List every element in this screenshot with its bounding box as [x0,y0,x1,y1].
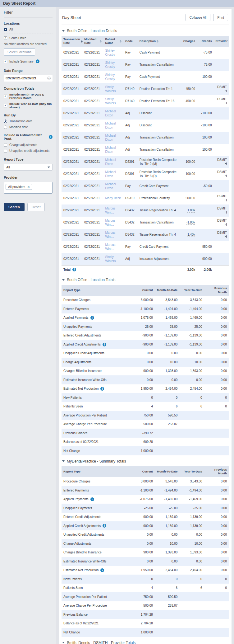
info-icon[interactable] [100,568,104,572]
info-icon[interactable] [100,387,104,391]
checkbox-charge-adjustments[interactable]: Charge adjustments [4,143,53,147]
patient-link[interactable]: Shelly Winters [105,85,116,93]
patient-link[interactable]: Shirley Crosby [105,49,115,57]
charges-amount-link[interactable]: -1.80k [186,221,195,225]
collapse-triangle-icon[interactable] [62,460,65,462]
checkbox-include-summary[interactable]: Include Summary [4,59,53,63]
report-type-select[interactable]: All [4,164,53,171]
checkbox-checked-icon[interactable] [4,60,7,63]
column-header-month-to-date[interactable]: Month-To-Date [155,466,179,477]
checkbox-include-ytd[interactable]: Include Year-To-Date (may run slower) [4,102,53,109]
section-header-location-details[interactable]: South Office - Location Details [62,25,229,36]
info-icon[interactable] [90,497,94,501]
reset-button[interactable]: Reset [27,203,45,211]
checkbox-indeterminate-icon[interactable] [4,28,7,31]
info-icon[interactable] [49,135,53,139]
column-header-previous-month[interactable]: Previous Month [204,285,229,296]
charges-amount-link[interactable]: 1.40k [187,233,195,237]
cell-current: -1,075.00 [130,495,155,504]
provider-select[interactable]: All providers ✕ [4,182,53,194]
report-type-label: Estimated Insurance Write-Offs [63,378,107,382]
patient-link[interactable]: Marcus Wint... [105,231,116,239]
date-range-input[interactable]: 02/22/2021-02/22/2021 ✕ [4,75,53,82]
info-icon[interactable] [103,524,106,528]
checkbox-checked-icon[interactable] [4,104,7,107]
patient-link[interactable]: Shelly Winters [105,97,116,105]
patient-link[interactable]: Michael Dixon [105,134,116,142]
collapse-triangle-icon[interactable] [62,279,65,281]
patient-link[interactable]: Marcus Wint... [105,243,116,251]
column-header-current[interactable]: Current [130,285,155,296]
collapse-triangle-icon[interactable] [62,642,65,643]
column-header-current[interactable]: Current [130,466,155,477]
total-credits-link[interactable]: -2.00k [203,268,212,272]
column-header-report-type[interactable]: Report Type [62,285,130,296]
column-header-transaction-date[interactable]: Transaction Date [62,36,82,47]
checkbox-label: Charge adjustments [9,143,37,147]
checkbox-checked-icon[interactable] [4,36,7,40]
checkbox-unchecked-icon[interactable] [4,143,7,147]
column-header-month-to-date[interactable]: Month-To-Date [155,285,179,296]
section-header-location-totals[interactable]: South Office - Location Totals [62,274,229,285]
patient-link[interactable]: Michael Dixon [105,146,116,154]
patient-link[interactable]: Shirley Crosby [105,73,115,81]
totals-row: Estimated Insurance Write-Offs0.000.000.… [62,375,229,384]
collapse-all-button[interactable]: Collapse All [186,14,211,21]
column-header-description[interactable]: Description [138,36,179,47]
provider-chip[interactable]: All providers ✕ [6,184,32,190]
select-locations-button[interactable]: Select Locations [4,48,35,56]
column-header-patient-name[interactable]: Patient Name [103,36,124,47]
checkbox-all-locations[interactable]: All [4,28,53,31]
checkbox-checked-icon[interactable] [4,95,7,98]
cell-month-to-date: 6 [155,402,179,411]
column-header-year-to-date[interactable]: Year-To-Date [179,466,204,477]
patient-link[interactable]: Shirley Crosby [105,61,115,69]
column-header-year-to-date[interactable]: Year-To-Date [179,285,204,296]
remove-chip-icon[interactable]: ✕ [27,186,30,189]
search-button[interactable]: Search [4,203,25,211]
clear-date-icon[interactable]: ✕ [47,77,51,80]
checkbox-unchecked-icon[interactable] [4,149,7,153]
column-header-provider[interactable]: Provider [214,36,229,47]
radio-icon[interactable] [4,125,7,129]
patient-link[interactable]: Marcus Wint... [105,219,116,227]
checkbox-south-office[interactable]: South Office [4,36,53,40]
checkbox-include-mtd[interactable]: Include Month-To-Date & Previous Month [4,93,53,100]
radio-transaction-date[interactable]: Transaction date [4,120,53,123]
info-icon[interactable] [36,59,39,63]
charges-amount-link[interactable]: 1.80k [187,209,195,213]
sort-icon[interactable] [81,40,83,43]
sort-icon[interactable] [100,40,102,43]
patient-link[interactable]: Michael Dixon [105,158,116,166]
radio-selected-icon[interactable] [4,120,7,123]
cell-month-to-date: -25.00 [155,322,179,331]
info-icon[interactable] [103,343,106,346]
section-header-summary-totals[interactable]: MyDentalPractice - Summary Totals [62,455,229,466]
info-icon[interactable] [72,268,76,271]
details-row: 02/22/202102/22/2021Michael DixonPayCred… [62,180,229,192]
info-icon[interactable] [90,316,94,320]
sort-icon[interactable] [157,40,158,43]
column-header-charges[interactable]: Charges [179,36,197,47]
patient-link[interactable]: Marty Beck [105,196,121,200]
radio-modified-date[interactable]: Modified date [4,125,53,129]
section-header-provider-totals[interactable]: Smith, Dennis - DSMITH - Provider Totals [62,637,229,644]
cell-patient-name: Michael Dixon [103,168,124,180]
patient-link[interactable]: Marcus Wint... [105,207,116,214]
sort-icon[interactable] [120,40,122,43]
print-button[interactable]: Print [213,14,228,21]
patient-link[interactable]: Shelly Winters [105,255,116,263]
patient-link[interactable]: Michael Dixon [105,110,116,117]
cell-current: 0.00 [130,530,155,539]
column-header-modified-date[interactable]: Modified Date [82,36,103,47]
total-charges-link[interactable]: 3.00k [187,268,195,272]
column-header-previous-month[interactable]: Previous Month [204,466,229,477]
column-header-code[interactable]: Code [123,36,138,47]
checkbox-unapplied-credit-adjustments[interactable]: Unapplied credit adjustments [4,149,53,153]
patient-link[interactable]: Michael Dixon [105,182,116,190]
collapse-triangle-icon[interactable] [62,30,65,32]
patient-link[interactable]: Michael Dixon [105,122,116,129]
patient-link[interactable]: Michael Dixon [105,170,116,178]
column-header-credits[interactable]: Credits [197,36,214,47]
column-header-report-type[interactable]: Report Type [62,466,130,477]
